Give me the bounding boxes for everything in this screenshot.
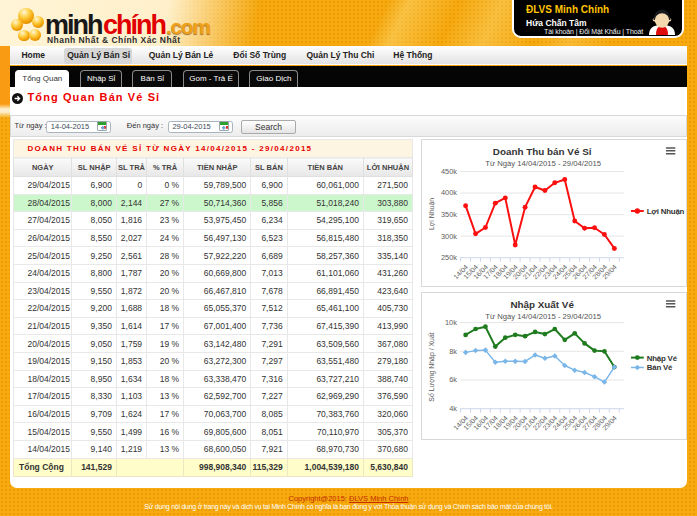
svg-text:250k: 250k xyxy=(441,253,457,262)
svg-text:Lợi Nhuận: Lợi Nhuận xyxy=(428,198,435,230)
svg-text:Doanh Thu bán Vé Sỉ: Doanh Thu bán Vé Sỉ xyxy=(493,146,592,157)
svg-text:10k: 10k xyxy=(445,318,457,327)
svg-text:Lợi Nhuận: Lợi Nhuận xyxy=(647,207,685,216)
svg-text:350k: 350k xyxy=(441,210,457,219)
svg-text:450k: 450k xyxy=(441,167,457,176)
svg-text:Nhập Xuất Vé: Nhập Xuất Vé xyxy=(510,299,574,310)
svg-text:Số Lượng Nhập / Xuất: Số Lượng Nhập / Xuất xyxy=(427,332,436,401)
svg-text:6k: 6k xyxy=(449,375,457,384)
svg-text:400k: 400k xyxy=(441,188,457,197)
svg-text:Từ Ngày 14/04/2015 - 29/04/201: Từ Ngày 14/04/2015 - 29/04/2015 xyxy=(485,159,601,168)
svg-text:8k: 8k xyxy=(449,347,457,356)
svg-text:300k: 300k xyxy=(441,232,457,241)
svg-text:Từ Ngày 14/04/2015 - 29/04/201: Từ Ngày 14/04/2015 - 29/04/2015 xyxy=(485,312,601,321)
svg-text:Bán Vé: Bán Vé xyxy=(647,363,673,372)
svg-text:4k: 4k xyxy=(449,404,457,413)
svg-text:Nhập Vé: Nhập Vé xyxy=(647,354,678,363)
